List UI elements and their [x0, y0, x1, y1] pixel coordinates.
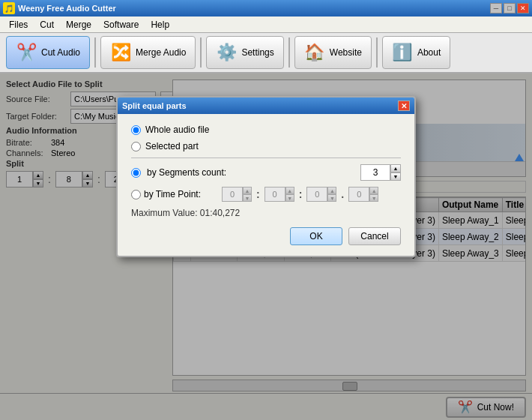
- main-content: Select Audio File to Split Source File: …: [0, 74, 532, 420]
- cut-audio-button[interactable]: ✂️ Cut Audio: [6, 36, 90, 69]
- time-input-4[interactable]: [348, 187, 369, 202]
- menu-help[interactable]: Help: [145, 18, 175, 32]
- cut-audio-label: Cut Audio: [41, 47, 80, 58]
- toolbar-separator-3: [288, 38, 290, 68]
- settings-button[interactable]: ⚙️ Settings: [206, 36, 283, 69]
- segments-spinner: ▲ ▼: [360, 164, 401, 181]
- modal-title: Split equal parts: [122, 101, 187, 110]
- modal-body: Whole audio file Selected part by Segmen…: [118, 114, 414, 256]
- menu-bar: Files Cut Merge Software Help: [0, 16, 532, 33]
- about-label: About: [417, 47, 441, 58]
- segments-spin-buttons: ▲ ▼: [390, 164, 401, 181]
- maximize-button[interactable]: □: [504, 3, 516, 14]
- time-spin-3: ▲ ▼: [306, 187, 336, 202]
- app-icon: 🎵: [3, 2, 15, 14]
- selected-part-radio[interactable]: [131, 142, 141, 152]
- time-colon-1: :: [255, 188, 262, 200]
- time-input-3[interactable]: [306, 187, 327, 202]
- about-icon: ℹ️: [392, 42, 413, 63]
- by-segments-label[interactable]: by Segments count:: [147, 167, 354, 178]
- segments-input[interactable]: [360, 164, 390, 181]
- close-button[interactable]: ✕: [517, 3, 529, 14]
- time-input-2[interactable]: [265, 187, 285, 202]
- cancel-button[interactable]: Cancel: [348, 227, 401, 245]
- by-time-row: by Time Point: ▲ ▼ : ▲ ▼: [131, 187, 401, 202]
- merge-audio-label: Merge Audio: [136, 47, 186, 58]
- whole-audio-radio[interactable]: [131, 125, 141, 135]
- by-time-radio[interactable]: [131, 190, 141, 200]
- settings-icon: ⚙️: [216, 42, 237, 63]
- title-bar: 🎵 Weeny Free Audio Cutter ─ □ ✕: [0, 0, 532, 16]
- merge-audio-icon: 🔀: [110, 42, 131, 63]
- modal-close-button[interactable]: ✕: [398, 100, 410, 111]
- about-button[interactable]: ℹ️ About: [382, 36, 450, 69]
- max-value-text: Maximum Value: 01:40,272: [131, 208, 240, 218]
- time-spinbtns-4: ▲ ▼: [369, 187, 378, 202]
- modal-buttons: OK Cancel: [131, 227, 401, 245]
- modal-divider: [131, 158, 401, 158]
- time-input-1[interactable]: [222, 187, 243, 202]
- whole-audio-label[interactable]: Whole audio file: [145, 124, 209, 135]
- time-colon-2: :: [297, 188, 304, 200]
- split-equal-parts-dialog: Split equal parts ✕ Whole audio file Sel…: [116, 96, 416, 257]
- time-spinup-2[interactable]: ▲: [285, 187, 294, 194]
- time-spindown-2[interactable]: ▼: [285, 194, 294, 202]
- menu-software[interactable]: Software: [97, 18, 145, 32]
- whole-audio-row: Whole audio file: [131, 124, 401, 135]
- toolbar-separator-1: [94, 38, 96, 68]
- website-button[interactable]: 🏠 Website: [294, 36, 372, 69]
- time-spinbtns-1: ▲ ▼: [243, 187, 252, 202]
- by-segments-row: by Segments count: ▲ ▼: [131, 164, 401, 181]
- time-spindown-4[interactable]: ▼: [369, 194, 378, 202]
- time-spinbtns-3: ▲ ▼: [327, 187, 336, 202]
- time-spin-4: ▲ ▼: [348, 187, 378, 202]
- by-time-label[interactable]: by Time Point:: [144, 189, 219, 200]
- time-spinbtns-2: ▲ ▼: [285, 187, 294, 202]
- time-spindown-3[interactable]: ▼: [327, 194, 336, 202]
- ok-button[interactable]: OK: [290, 227, 342, 245]
- cut-audio-icon: ✂️: [16, 42, 37, 63]
- segments-increment-button[interactable]: ▲: [390, 164, 401, 172]
- selected-part-label[interactable]: Selected part: [145, 141, 199, 152]
- settings-label: Settings: [241, 47, 273, 58]
- toolbar-separator-4: [376, 38, 378, 68]
- segments-decrement-button[interactable]: ▼: [390, 172, 401, 181]
- by-segments-radio[interactable]: [131, 168, 141, 178]
- website-icon: 🏠: [304, 42, 325, 63]
- time-spinup-3[interactable]: ▲: [327, 187, 336, 194]
- time-spinup-1[interactable]: ▲: [243, 187, 252, 194]
- time-spindown-1[interactable]: ▼: [243, 194, 252, 202]
- menu-merge[interactable]: Merge: [60, 18, 97, 32]
- website-label: Website: [330, 47, 362, 58]
- merge-audio-button[interactable]: 🔀 Merge Audio: [100, 36, 196, 69]
- minimize-button[interactable]: ─: [490, 3, 502, 14]
- modal-overlay: Split equal parts ✕ Whole audio file Sel…: [0, 74, 532, 420]
- selected-part-row: Selected part: [131, 141, 401, 152]
- time-dot: .: [339, 188, 345, 200]
- toolbar-separator-2: [200, 38, 202, 68]
- max-value-row: Maximum Value: 01:40,272: [131, 208, 401, 218]
- menu-cut[interactable]: Cut: [34, 18, 60, 32]
- title-bar-left: 🎵 Weeny Free Audio Cutter: [3, 2, 116, 14]
- time-spinup-4[interactable]: ▲: [369, 187, 378, 194]
- title-bar-controls: ─ □ ✕: [490, 3, 529, 14]
- time-spin-1: ▲ ▼: [222, 187, 252, 202]
- time-spin-2: ▲ ▼: [265, 187, 294, 202]
- menu-files[interactable]: Files: [3, 18, 34, 32]
- toolbar: ✂️ Cut Audio 🔀 Merge Audio ⚙️ Settings 🏠…: [0, 33, 532, 74]
- app-title: Weeny Free Audio Cutter: [18, 4, 116, 13]
- modal-title-bar: Split equal parts ✕: [118, 98, 414, 114]
